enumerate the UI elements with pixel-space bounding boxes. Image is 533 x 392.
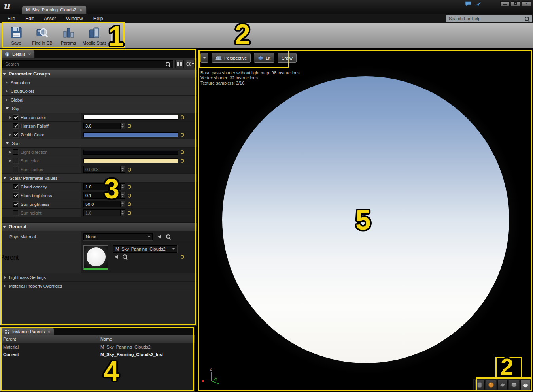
phys-material-dropdown[interactable]: None xyxy=(83,233,153,240)
reset-to-default-icon[interactable] xyxy=(180,159,184,163)
material-property-overrides-row[interactable]: Material Property Overrides xyxy=(0,282,197,290)
use-selected-asset-icon[interactable] xyxy=(115,255,118,259)
zenith-color-checkbox[interactable] xyxy=(13,132,18,137)
reset-to-default-icon[interactable] xyxy=(127,202,131,206)
spinner-handle[interactable] xyxy=(120,184,125,190)
spinner-handle[interactable] xyxy=(120,210,125,216)
cylinder-preview-button[interactable] xyxy=(474,380,485,390)
expand-arrow-icon[interactable] xyxy=(9,159,11,162)
lightmass-settings-row[interactable]: Lightmass Settings xyxy=(0,273,197,282)
reset-to-default-icon[interactable] xyxy=(180,150,184,154)
maximize-button[interactable] xyxy=(511,1,520,6)
stars-brightness-field[interactable]: 0.1 xyxy=(83,192,125,199)
cloud-opacity-checkbox[interactable] xyxy=(13,184,18,189)
table-row-material[interactable]: Material M_Sky_Panning_Clouds2 xyxy=(0,343,195,351)
sun-brightness-field[interactable]: 50.0 xyxy=(83,201,125,207)
expand-arrow-icon[interactable] xyxy=(9,133,11,136)
params-button[interactable]: Params xyxy=(55,23,81,48)
perspective-button[interactable]: Perspective xyxy=(212,53,251,63)
expanded-arrow-icon[interactable] xyxy=(6,107,9,109)
details-search-input[interactable] xyxy=(2,60,173,68)
reset-to-default-icon[interactable] xyxy=(127,194,131,198)
help-search-input[interactable] xyxy=(446,15,532,22)
feedback-bubble-icon[interactable] xyxy=(465,1,472,7)
menu-file[interactable]: File xyxy=(2,16,20,21)
group-row-sun[interactable]: Sun xyxy=(0,139,197,148)
minimize-button[interactable] xyxy=(500,1,510,6)
column-header-name[interactable]: Name xyxy=(97,337,112,341)
group-row-cloudcolors[interactable]: CloudColors xyxy=(0,87,197,96)
parameter-groups-header[interactable]: Parameter Groups xyxy=(0,70,197,78)
save-button[interactable]: Save xyxy=(3,23,29,48)
menu-asset[interactable]: Asset xyxy=(39,16,61,21)
details-tab-close-icon[interactable]: × xyxy=(28,52,31,57)
collapsed-arrow-icon[interactable] xyxy=(4,276,6,279)
reset-to-default-icon[interactable] xyxy=(127,185,131,189)
group-row-sky[interactable]: Sky xyxy=(0,104,197,113)
table-row-current[interactable]: Current M_Sky_Panning_Clouds2_Inst xyxy=(0,351,195,358)
browse-to-asset-icon[interactable] xyxy=(123,254,127,259)
expanded-arrow-icon[interactable] xyxy=(3,177,6,179)
lit-button[interactable]: Lit xyxy=(254,53,274,63)
mobile-stats-button[interactable]: Mobile Stats xyxy=(81,23,108,48)
custom-mesh-preview-button[interactable] xyxy=(520,380,531,390)
collapsed-arrow-icon[interactable] xyxy=(6,81,8,84)
reset-to-default-icon[interactable] xyxy=(127,211,131,215)
general-header[interactable]: General xyxy=(0,223,197,231)
sphere-preview-button[interactable] xyxy=(486,380,496,390)
menu-window[interactable]: Window xyxy=(61,16,88,21)
spinner-handle[interactable] xyxy=(120,166,125,172)
material-preview-viewport[interactable]: Perspective Lit Show Base pass shader wi… xyxy=(198,49,533,392)
use-selected-asset-icon[interactable] xyxy=(158,235,161,239)
reset-to-default-icon[interactable] xyxy=(127,168,131,172)
viewport-options-dropdown[interactable] xyxy=(200,53,208,63)
expanded-arrow-icon[interactable] xyxy=(6,142,9,144)
reset-to-default-icon[interactable] xyxy=(180,115,184,119)
zenith-color-swatch[interactable] xyxy=(83,132,178,137)
light-direction-swatch[interactable] xyxy=(83,150,178,155)
sun-radius-checkbox[interactable] xyxy=(13,167,18,172)
browse-to-asset-icon[interactable] xyxy=(166,234,171,239)
instance-parents-tab[interactable]: Instance Parents × xyxy=(1,327,54,335)
group-row-animation[interactable]: Animation xyxy=(0,78,197,87)
expand-arrow-icon[interactable] xyxy=(9,116,11,119)
cloud-opacity-field[interactable]: 1.0 xyxy=(83,183,125,190)
instance-parents-tab-close-icon[interactable]: × xyxy=(48,329,50,334)
details-tab[interactable]: Details × xyxy=(1,49,35,58)
sun-color-swatch[interactable] xyxy=(83,158,178,163)
tab-close-icon[interactable]: × xyxy=(80,8,82,12)
reset-to-default-icon[interactable] xyxy=(180,133,184,137)
menu-help[interactable]: Help xyxy=(88,16,108,21)
horizon-falloff-checkbox[interactable] xyxy=(13,123,18,128)
close-button[interactable]: × xyxy=(522,1,531,6)
parent-material-thumbnail[interactable] xyxy=(83,245,108,270)
sun-color-checkbox[interactable] xyxy=(13,158,18,163)
sun-height-field[interactable]: 1.0 xyxy=(83,209,125,216)
column-header-parent[interactable]: Parent xyxy=(0,337,97,341)
property-matrix-button[interactable] xyxy=(175,60,184,68)
collapsed-arrow-icon[interactable] xyxy=(6,98,8,102)
horizon-color-swatch[interactable] xyxy=(83,115,178,120)
reset-to-default-icon[interactable] xyxy=(127,124,131,128)
horizon-falloff-field[interactable]: 3.0 xyxy=(83,122,125,129)
plane-preview-button[interactable] xyxy=(497,380,508,390)
view-options-button[interactable] xyxy=(186,60,195,68)
sun-radius-field[interactable]: 0.0003 xyxy=(83,166,125,173)
spinner-handle[interactable] xyxy=(120,201,125,207)
show-button[interactable]: Show xyxy=(278,53,297,63)
spinner-handle[interactable] xyxy=(120,192,125,198)
share-arrow-icon[interactable] xyxy=(474,1,482,7)
sun-height-checkbox[interactable] xyxy=(13,210,18,215)
find-in-cb-button[interactable]: Find in CB xyxy=(29,23,55,48)
horizon-color-checkbox[interactable] xyxy=(13,115,18,120)
preview-sphere[interactable] xyxy=(222,76,509,363)
stars-brightness-checkbox[interactable] xyxy=(13,193,18,198)
spinner-handle[interactable] xyxy=(120,123,125,129)
collapsed-arrow-icon[interactable] xyxy=(4,285,6,288)
expand-arrow-icon[interactable] xyxy=(9,151,11,154)
group-row-scalar-parameter-values[interactable]: Scalar Parameter Values xyxy=(0,174,197,183)
menu-edit[interactable]: Edit xyxy=(20,16,39,21)
light-direction-checkbox[interactable] xyxy=(13,149,18,155)
collapsed-arrow-icon[interactable] xyxy=(6,90,8,93)
group-row-global[interactable]: Global xyxy=(0,96,197,104)
